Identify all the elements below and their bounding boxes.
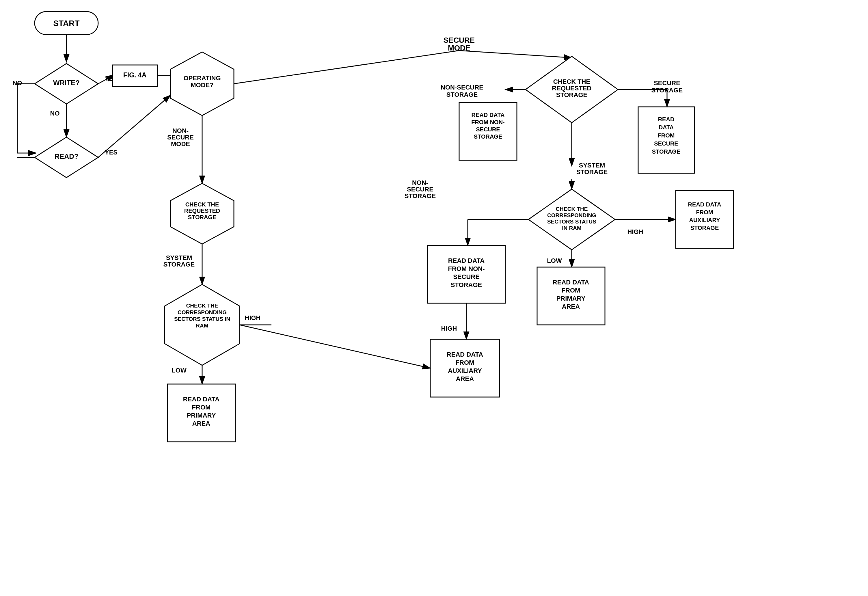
svg-text:STORAGE: STORAGE (652, 148, 681, 155)
svg-text:CORRESPONDING: CORRESPONDING (547, 212, 596, 218)
svg-text:READ: READ (658, 116, 675, 122)
svg-text:SECURE: SECURE (167, 134, 194, 141)
svg-text:SECURE: SECURE (453, 273, 480, 280)
svg-text:SECURE: SECURE (407, 186, 433, 193)
svg-text:STORAGE: STORAGE (164, 261, 195, 268)
svg-text:SECURE: SECURE (476, 126, 500, 133)
svg-text:READ DATA: READ DATA (183, 395, 220, 403)
svg-text:STORAGE: STORAGE (556, 91, 588, 99)
svg-text:YES: YES (105, 75, 118, 82)
svg-marker-36 (165, 285, 240, 365)
svg-marker-21 (35, 137, 98, 178)
svg-text:HIGH: HIGH (627, 228, 644, 235)
svg-text:FROM NON-: FROM NON- (471, 119, 505, 125)
svg-text:STORAGE: STORAGE (474, 133, 502, 140)
svg-text:MODE: MODE (448, 44, 470, 52)
svg-text:IN RAM: IN RAM (562, 225, 582, 231)
svg-text:MODE?: MODE? (190, 81, 213, 89)
svg-text:YES: YES (105, 149, 118, 156)
svg-rect-2 (35, 12, 98, 35)
svg-text:FROM: FROM (696, 209, 713, 215)
svg-text:AUXILIARY: AUXILIARY (448, 367, 482, 374)
svg-text:READ DATA: READ DATA (688, 201, 721, 208)
svg-text:READ DATA: READ DATA (472, 112, 505, 118)
svg-text:STORAGE: STORAGE (446, 91, 478, 98)
svg-text:START: START (53, 19, 80, 28)
svg-text:CHECK THE: CHECK THE (186, 302, 218, 309)
svg-text:MODE: MODE (171, 140, 190, 148)
svg-line-52 (234, 50, 459, 84)
svg-marker-13 (170, 52, 234, 115)
svg-text:FROM: FROM (192, 404, 211, 411)
svg-text:AREA: AREA (456, 375, 474, 382)
svg-text:PRIMARY: PRIMARY (557, 295, 586, 302)
svg-text:REQUESTED: REQUESTED (552, 85, 592, 92)
svg-text:READ DATA: READ DATA (553, 279, 589, 286)
svg-text:READ?: READ? (55, 152, 78, 160)
svg-rect-70 (638, 107, 694, 173)
svg-text:FIG. 4A: FIG. 4A (123, 71, 147, 79)
svg-text:STORAGE: STORAGE (188, 214, 217, 220)
svg-rect-43 (167, 384, 235, 442)
svg-text:SECTORS STATUS: SECTORS STATUS (547, 218, 596, 225)
svg-line-9 (98, 75, 114, 84)
svg-text:RAM: RAM (196, 323, 208, 329)
svg-text:SECTORS STATUS IN: SECTORS STATUS IN (174, 316, 230, 322)
svg-text:FROM NON-: FROM NON- (448, 265, 484, 272)
svg-rect-104 (427, 245, 505, 303)
svg-line-24 (98, 95, 170, 157)
svg-marker-54 (526, 56, 618, 123)
svg-text:READ DATA: READ DATA (448, 257, 484, 264)
svg-line-117 (240, 325, 430, 368)
svg-line-53 (459, 50, 572, 58)
svg-text:CHECK THE: CHECK THE (185, 201, 219, 208)
svg-rect-63 (459, 103, 517, 160)
svg-text:NO: NO (50, 110, 60, 117)
svg-text:STORAGE: STORAGE (404, 192, 436, 199)
svg-rect-111 (430, 339, 499, 397)
svg-text:CORRESPONDING: CORRESPONDING (177, 309, 227, 315)
svg-text:LOW: LOW (547, 257, 562, 264)
svg-text:AREA: AREA (192, 420, 210, 427)
svg-text:FROM: FROM (456, 359, 474, 366)
svg-text:FROM: FROM (658, 132, 675, 139)
svg-text:LOW: LOW (171, 367, 186, 374)
svg-marker-5 (35, 63, 98, 104)
svg-text:AREA: AREA (562, 303, 580, 310)
svg-text:STORAGE: STORAGE (576, 168, 608, 176)
svg-text:FROM: FROM (562, 287, 580, 294)
svg-text:PRIMARY: PRIMARY (187, 412, 216, 419)
svg-text:SYSTEM: SYSTEM (579, 162, 605, 169)
svg-text:OPERATING: OPERATING (183, 75, 221, 82)
svg-rect-10 (113, 65, 157, 87)
svg-text:NO: NO (13, 80, 22, 87)
svg-text:STORAGE: STORAGE (451, 281, 482, 288)
svg-rect-87 (537, 267, 605, 325)
svg-text:CHECK THE: CHECK THE (553, 78, 590, 85)
svg-text:SECURE: SECURE (444, 36, 475, 44)
svg-text:REQUESTED: REQUESTED (184, 208, 220, 214)
svg-text:SECURE: SECURE (654, 80, 680, 87)
svg-text:STORAGE: STORAGE (691, 225, 719, 231)
svg-text:SYSTEM: SYSTEM (166, 254, 192, 261)
svg-text:HIGH: HIGH (245, 314, 261, 322)
svg-marker-79 (528, 189, 615, 250)
flowchart: START WRITE? NO YES FIG. 4A OPERATING MO… (0, 0, 868, 596)
svg-text:CHECK THE: CHECK THE (556, 206, 588, 212)
svg-text:AUXILIARY: AUXILIARY (689, 217, 720, 223)
svg-text:WRITE?: WRITE? (53, 79, 80, 87)
svg-text:DATA: DATA (658, 124, 674, 131)
svg-marker-29 (170, 183, 234, 244)
svg-text:READ DATA: READ DATA (447, 351, 483, 358)
flowchart-svg: START WRITE? NO YES FIG. 4A OPERATING MO… (0, 0, 868, 596)
svg-text:NON-: NON- (173, 127, 189, 134)
svg-text:NON-SECURE: NON-SECURE (441, 84, 483, 91)
svg-text:SECURE: SECURE (654, 140, 678, 147)
svg-rect-94 (676, 190, 734, 248)
svg-text:NON-: NON- (412, 179, 428, 186)
svg-text:STORAGE: STORAGE (651, 87, 683, 94)
svg-text:HIGH: HIGH (441, 325, 457, 332)
